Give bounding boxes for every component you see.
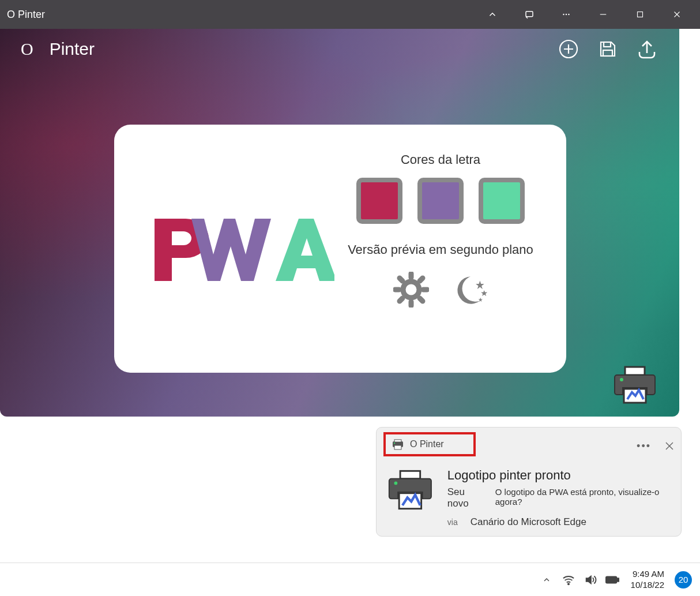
svg-rect-30 (394, 445, 401, 449)
svg-rect-39 (606, 576, 616, 583)
svg-point-3 (568, 14, 569, 15)
controls-panel: Cores da letra Versão prévia em segundo … (343, 148, 539, 350)
caret-up-icon[interactable] (476, 3, 509, 26)
notification-via-app: Canário do Microsoft Edge (471, 516, 586, 528)
svg-point-31 (394, 443, 395, 444)
svg-line-21 (400, 298, 402, 301)
svg-point-35 (394, 482, 398, 485)
titlebar: O Pinter (0, 0, 700, 29)
light-mode-button[interactable] (393, 271, 430, 308)
volume-icon[interactable] (584, 573, 597, 587)
pwa-a-glyph (276, 219, 334, 281)
clock-date: 10/18/22 (631, 580, 664, 591)
window-title: O Pinter (7, 9, 476, 21)
background-toggles (393, 271, 488, 308)
clock[interactable]: 9:49 AM 10/18/22 (631, 569, 664, 591)
notification-subtitle-1: Seu novo (447, 486, 487, 509)
svg-point-13 (403, 282, 419, 298)
notification-close-icon[interactable] (665, 440, 674, 453)
printer-status-icon[interactable] (614, 366, 656, 404)
notification-app-icon (392, 438, 404, 451)
pwa-w-glyph (191, 219, 271, 281)
pwa-logo (150, 208, 334, 289)
brand-title: Pinter (50, 39, 95, 59)
svg-line-20 (420, 278, 423, 281)
minimize-button[interactable] (587, 3, 619, 26)
svg-marker-23 (481, 290, 487, 296)
svg-rect-40 (617, 578, 619, 582)
notification-actions: ••• (637, 440, 674, 453)
battery-icon[interactable] (605, 573, 619, 587)
clock-time: 9:49 AM (633, 569, 664, 580)
color-swatches (356, 178, 525, 224)
swatch-1[interactable] (356, 178, 402, 224)
notification-title: Logotipo pinter pronto (447, 468, 681, 483)
svg-rect-12 (603, 50, 612, 56)
notification-text: Logotipo pinter pronto Seu novo O logoti… (447, 468, 681, 528)
header-actions (557, 38, 658, 61)
more-icon[interactable] (550, 3, 582, 26)
notification-via-label: via (447, 518, 458, 527)
app-header: O Pinter (0, 29, 679, 69)
svg-rect-5 (638, 12, 643, 17)
colors-label: Cores da letra (401, 152, 480, 167)
notification-body: Logotipo pinter pronto Seu novo O logoti… (387, 468, 681, 528)
notification-more-icon[interactable]: ••• (637, 440, 651, 453)
save-button[interactable] (596, 38, 619, 61)
editor-card: Cores da letra Versão prévia em segundo … (114, 125, 566, 373)
background-label: Versão prévia em segundo plano (348, 242, 533, 257)
cast-icon[interactable] (513, 3, 545, 26)
svg-rect-29 (394, 440, 401, 442)
svg-line-18 (400, 278, 402, 281)
notification-printer-icon (387, 468, 434, 512)
dark-mode-button[interactable] (451, 271, 488, 308)
svg-rect-25 (625, 367, 645, 375)
notification-count-badge[interactable]: 20 (675, 571, 692, 588)
swatch-2[interactable] (417, 178, 464, 224)
notification-app-name: O Pinter (410, 439, 444, 449)
brand-icon: O (21, 39, 33, 59)
svg-line-19 (420, 298, 423, 301)
app-brand: O Pinter (21, 39, 95, 59)
notification-header: O Pinter (383, 432, 476, 456)
svg-rect-34 (400, 471, 420, 478)
tray-overflow-icon[interactable] (540, 573, 554, 587)
logo-preview (142, 148, 343, 350)
svg-point-26 (620, 378, 623, 381)
upload-button[interactable] (635, 38, 658, 61)
svg-rect-11 (604, 42, 611, 47)
svg-point-1 (563, 14, 564, 15)
svg-marker-22 (476, 280, 484, 289)
app-window: O Pinter (0, 29, 679, 417)
swatch-3[interactable] (479, 178, 525, 224)
close-button[interactable] (661, 3, 693, 26)
wifi-icon[interactable] (562, 573, 575, 587)
maximize-button[interactable] (624, 3, 656, 26)
svg-rect-0 (526, 12, 533, 17)
titlebar-controls (476, 3, 693, 26)
notification-subtitle-2: O logotipo da PWA está pronto, visualize… (495, 487, 681, 507)
taskbar: 9:49 AM 10/18/22 20 (0, 563, 700, 596)
svg-marker-38 (586, 576, 590, 583)
notification-toast: O Pinter ••• Logotipo pinter pronto Seu … (376, 427, 682, 537)
svg-point-2 (566, 14, 567, 15)
add-button[interactable] (557, 38, 580, 61)
svg-point-37 (568, 583, 569, 584)
